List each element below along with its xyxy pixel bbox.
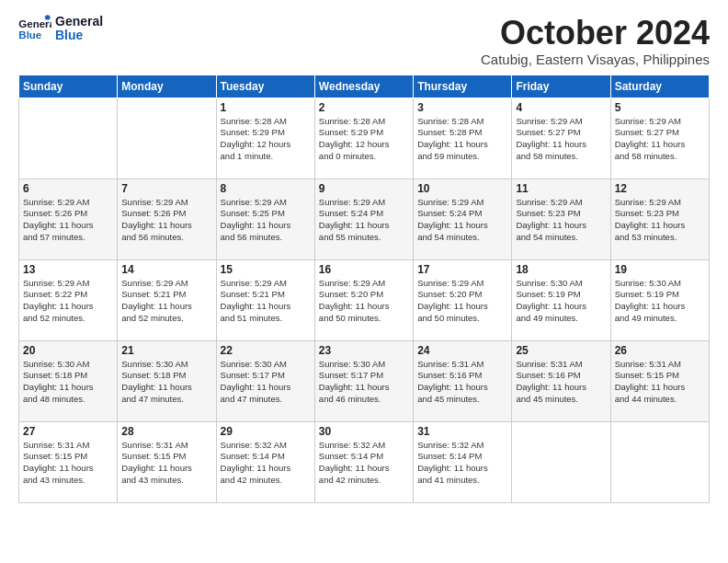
day-info: Sunrise: 5:31 AM Sunset: 5:15 PM Dayligh… bbox=[121, 440, 211, 487]
day-number: 7 bbox=[121, 182, 211, 195]
day-number: 22 bbox=[221, 344, 311, 357]
weekday-header-thursday: Thursday bbox=[414, 75, 512, 98]
day-info: Sunrise: 5:29 AM Sunset: 5:21 PM Dayligh… bbox=[121, 278, 211, 325]
calendar-cell: 7Sunrise: 5:29 AM Sunset: 5:26 PM Daylig… bbox=[118, 178, 216, 259]
calendar-cell: 14Sunrise: 5:29 AM Sunset: 5:21 PM Dayli… bbox=[118, 259, 216, 340]
svg-text:Blue: Blue bbox=[18, 30, 41, 41]
calendar-cell: 16Sunrise: 5:29 AM Sunset: 5:20 PM Dayli… bbox=[314, 259, 413, 340]
day-info: Sunrise: 5:29 AM Sunset: 5:23 PM Dayligh… bbox=[615, 197, 705, 244]
logo-line2: Blue bbox=[55, 29, 103, 42]
day-number: 5 bbox=[615, 101, 705, 114]
day-number: 13 bbox=[23, 263, 113, 276]
day-number: 26 bbox=[615, 344, 705, 357]
calendar-cell: 3Sunrise: 5:28 AM Sunset: 5:28 PM Daylig… bbox=[414, 98, 512, 178]
day-info: Sunrise: 5:29 AM Sunset: 5:25 PM Dayligh… bbox=[221, 197, 311, 244]
day-number: 14 bbox=[121, 263, 211, 276]
calendar-cell: 4Sunrise: 5:29 AM Sunset: 5:27 PM Daylig… bbox=[512, 98, 610, 178]
calendar-header: SundayMondayTuesdayWednesdayThursdayFrid… bbox=[19, 75, 710, 98]
day-info: Sunrise: 5:31 AM Sunset: 5:15 PM Dayligh… bbox=[615, 359, 705, 406]
calendar-cell: 10Sunrise: 5:29 AM Sunset: 5:24 PM Dayli… bbox=[414, 178, 512, 259]
day-info: Sunrise: 5:32 AM Sunset: 5:14 PM Dayligh… bbox=[319, 440, 409, 487]
calendar-cell bbox=[118, 98, 216, 178]
day-number: 23 bbox=[319, 344, 409, 357]
day-info: Sunrise: 5:30 AM Sunset: 5:19 PM Dayligh… bbox=[516, 278, 606, 325]
calendar-cell: 6Sunrise: 5:29 AM Sunset: 5:26 PM Daylig… bbox=[19, 178, 118, 259]
calendar-cell: 22Sunrise: 5:30 AM Sunset: 5:17 PM Dayli… bbox=[216, 340, 314, 421]
day-info: Sunrise: 5:30 AM Sunset: 5:18 PM Dayligh… bbox=[23, 359, 113, 406]
calendar-cell bbox=[610, 421, 709, 502]
day-info: Sunrise: 5:29 AM Sunset: 5:27 PM Dayligh… bbox=[615, 116, 705, 163]
day-info: Sunrise: 5:30 AM Sunset: 5:19 PM Dayligh… bbox=[615, 278, 705, 325]
calendar-cell: 15Sunrise: 5:29 AM Sunset: 5:21 PM Dayli… bbox=[216, 259, 314, 340]
page: General Blue General Blue October 2024 C… bbox=[0, 0, 728, 514]
calendar-cell: 23Sunrise: 5:30 AM Sunset: 5:17 PM Dayli… bbox=[314, 340, 413, 421]
day-number: 25 bbox=[516, 344, 606, 357]
header: General Blue General Blue October 2024 C… bbox=[18, 15, 710, 67]
location-subtitle: Catubig, Eastern Visayas, Philippines bbox=[481, 52, 710, 67]
day-info: Sunrise: 5:29 AM Sunset: 5:22 PM Dayligh… bbox=[23, 278, 113, 325]
day-number: 17 bbox=[417, 263, 507, 276]
weekday-header-monday: Monday bbox=[118, 75, 216, 98]
day-number: 2 bbox=[319, 101, 409, 114]
day-number: 3 bbox=[417, 101, 507, 114]
calendar-week-row: 6Sunrise: 5:29 AM Sunset: 5:26 PM Daylig… bbox=[19, 178, 710, 259]
weekday-header-friday: Friday bbox=[512, 75, 610, 98]
calendar-week-row: 20Sunrise: 5:30 AM Sunset: 5:18 PM Dayli… bbox=[19, 340, 710, 421]
calendar-cell: 1Sunrise: 5:28 AM Sunset: 5:29 PM Daylig… bbox=[216, 98, 314, 178]
day-info: Sunrise: 5:28 AM Sunset: 5:29 PM Dayligh… bbox=[221, 116, 311, 163]
day-info: Sunrise: 5:32 AM Sunset: 5:14 PM Dayligh… bbox=[417, 440, 507, 487]
calendar-body: 1Sunrise: 5:28 AM Sunset: 5:29 PM Daylig… bbox=[19, 98, 710, 502]
calendar-cell: 24Sunrise: 5:31 AM Sunset: 5:16 PM Dayli… bbox=[414, 340, 512, 421]
calendar-cell: 31Sunrise: 5:32 AM Sunset: 5:14 PM Dayli… bbox=[414, 421, 512, 502]
logo: General Blue General Blue bbox=[18, 15, 103, 43]
day-info: Sunrise: 5:29 AM Sunset: 5:26 PM Dayligh… bbox=[23, 197, 113, 244]
calendar-week-row: 27Sunrise: 5:31 AM Sunset: 5:15 PM Dayli… bbox=[19, 421, 710, 502]
calendar-cell: 2Sunrise: 5:28 AM Sunset: 5:29 PM Daylig… bbox=[314, 98, 413, 178]
day-info: Sunrise: 5:29 AM Sunset: 5:20 PM Dayligh… bbox=[319, 278, 409, 325]
day-info: Sunrise: 5:29 AM Sunset: 5:21 PM Dayligh… bbox=[221, 278, 311, 325]
calendar-week-row: 13Sunrise: 5:29 AM Sunset: 5:22 PM Dayli… bbox=[19, 259, 710, 340]
day-number: 29 bbox=[221, 425, 311, 438]
calendar-cell: 5Sunrise: 5:29 AM Sunset: 5:27 PM Daylig… bbox=[610, 98, 709, 178]
day-number: 15 bbox=[221, 263, 311, 276]
calendar-cell: 29Sunrise: 5:32 AM Sunset: 5:14 PM Dayli… bbox=[216, 421, 314, 502]
day-info: Sunrise: 5:30 AM Sunset: 5:18 PM Dayligh… bbox=[121, 359, 211, 406]
day-number: 18 bbox=[516, 263, 606, 276]
day-number: 1 bbox=[221, 101, 311, 114]
day-number: 10 bbox=[417, 182, 507, 195]
calendar-cell: 11Sunrise: 5:29 AM Sunset: 5:23 PM Dayli… bbox=[512, 178, 610, 259]
calendar-cell bbox=[19, 98, 118, 178]
day-number: 27 bbox=[23, 425, 113, 438]
calendar-cell: 17Sunrise: 5:29 AM Sunset: 5:20 PM Dayli… bbox=[414, 259, 512, 340]
weekday-header-saturday: Saturday bbox=[610, 75, 709, 98]
day-number: 24 bbox=[417, 344, 507, 357]
day-info: Sunrise: 5:29 AM Sunset: 5:26 PM Dayligh… bbox=[121, 197, 211, 244]
day-info: Sunrise: 5:31 AM Sunset: 5:15 PM Dayligh… bbox=[23, 440, 113, 487]
day-info: Sunrise: 5:29 AM Sunset: 5:27 PM Dayligh… bbox=[516, 116, 606, 163]
day-info: Sunrise: 5:31 AM Sunset: 5:16 PM Dayligh… bbox=[516, 359, 606, 406]
day-number: 19 bbox=[615, 263, 705, 276]
calendar-cell: 26Sunrise: 5:31 AM Sunset: 5:15 PM Dayli… bbox=[610, 340, 709, 421]
day-number: 8 bbox=[221, 182, 311, 195]
calendar-cell: 9Sunrise: 5:29 AM Sunset: 5:24 PM Daylig… bbox=[314, 178, 413, 259]
weekday-header-wednesday: Wednesday bbox=[314, 75, 413, 98]
calendar-table: SundayMondayTuesdayWednesdayThursdayFrid… bbox=[18, 75, 710, 503]
day-number: 21 bbox=[121, 344, 211, 357]
calendar-cell: 20Sunrise: 5:30 AM Sunset: 5:18 PM Dayli… bbox=[19, 340, 118, 421]
day-number: 11 bbox=[516, 182, 606, 195]
day-number: 20 bbox=[23, 344, 113, 357]
day-number: 6 bbox=[23, 182, 113, 195]
day-info: Sunrise: 5:28 AM Sunset: 5:29 PM Dayligh… bbox=[319, 116, 409, 163]
calendar-cell: 12Sunrise: 5:29 AM Sunset: 5:23 PM Dayli… bbox=[610, 178, 709, 259]
day-number: 12 bbox=[615, 182, 705, 195]
calendar-cell: 19Sunrise: 5:30 AM Sunset: 5:19 PM Dayli… bbox=[610, 259, 709, 340]
day-info: Sunrise: 5:29 AM Sunset: 5:20 PM Dayligh… bbox=[417, 278, 507, 325]
day-info: Sunrise: 5:29 AM Sunset: 5:24 PM Dayligh… bbox=[417, 197, 507, 244]
day-info: Sunrise: 5:31 AM Sunset: 5:16 PM Dayligh… bbox=[417, 359, 507, 406]
calendar-cell: 28Sunrise: 5:31 AM Sunset: 5:15 PM Dayli… bbox=[118, 421, 216, 502]
calendar-cell: 21Sunrise: 5:30 AM Sunset: 5:18 PM Dayli… bbox=[118, 340, 216, 421]
day-number: 30 bbox=[319, 425, 409, 438]
month-title: October 2024 bbox=[481, 15, 710, 52]
day-number: 31 bbox=[417, 425, 507, 438]
calendar-cell bbox=[512, 421, 610, 502]
